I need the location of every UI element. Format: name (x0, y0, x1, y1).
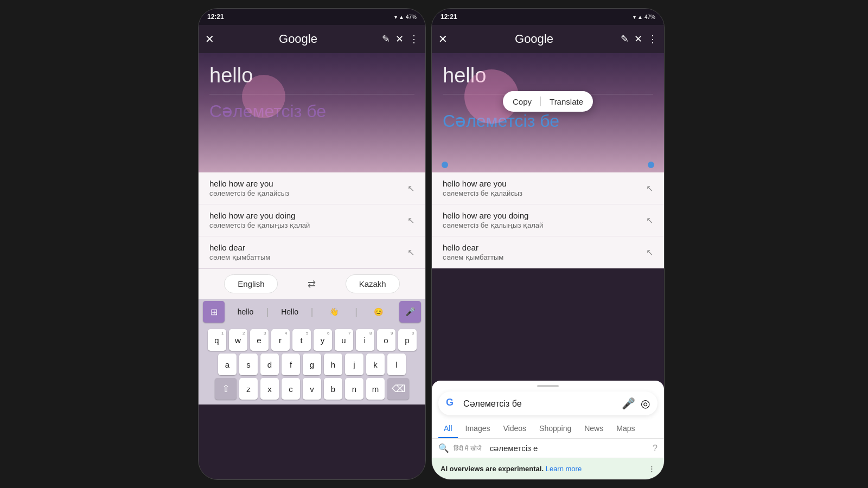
search-tabs: All Images Videos Shopping News Maps (432, 420, 664, 439)
key-o[interactable]: o9 (377, 329, 395, 351)
key-g[interactable]: g (303, 354, 321, 375)
key-shift[interactable]: ⇧ (215, 378, 237, 400)
suggestion-sub-2: сәлем қымбаттым (209, 253, 270, 261)
voice-search-icon[interactable]: 🎤 (622, 397, 635, 410)
left-keyboard-suggestions: ⊞ hello | Hello | 👋 | 😊 🎤 (199, 299, 425, 325)
signal-icon: ▾ (394, 14, 397, 20)
search-hint-text[interactable]: сәлеметсіз е (490, 444, 648, 453)
key-d[interactable]: d (260, 354, 279, 375)
translate-button[interactable]: Translate (550, 97, 583, 106)
suggestion-main-2: hello dear (209, 243, 270, 252)
lens-search-icon[interactable]: ◎ (641, 397, 650, 410)
key-z[interactable]: z (239, 378, 258, 400)
left-sug-wave-emoji[interactable]: 👋 (315, 305, 353, 318)
search-query-text[interactable]: Сәлеметсіз бе (463, 399, 617, 409)
right-google-title: Google (515, 32, 553, 46)
ai-more-options-icon[interactable]: ⋮ (648, 465, 655, 473)
tab-images[interactable]: Images (460, 420, 496, 438)
key-p[interactable]: p0 (398, 329, 417, 351)
left-menu-icon[interactable]: ⋮ (409, 33, 419, 45)
ai-learn-more-link[interactable]: Learn more (546, 465, 582, 473)
key-s[interactable]: s (239, 354, 258, 375)
key-k[interactable]: k (366, 354, 385, 375)
key-b[interactable]: b (324, 378, 342, 400)
left-sug-smile-emoji[interactable]: 😊 (360, 305, 397, 318)
left-mic-key[interactable]: 🎤 (399, 301, 421, 323)
right-suggestion-sub-1: сәлеметсіз бе қалыңыз қалай (443, 221, 543, 229)
suggestion-arrow-2: ↖ (407, 247, 414, 258)
right-menu-icon[interactable]: ⋮ (648, 33, 658, 45)
right-close-button[interactable]: ✕ (438, 33, 448, 46)
suggestion-item-0[interactable]: hello how are you сәлеметсіз бе қалайсыз… (199, 172, 425, 204)
right-status-icons: ▾ ▲ 47% (633, 14, 655, 20)
key-m[interactable]: m (366, 378, 385, 400)
right-nav-icons: ✎ ✕ ⋮ (621, 33, 658, 45)
tab-videos[interactable]: Videos (497, 420, 532, 438)
google-search-bar: G Сәлеметсіз бе 🎤 ◎ (438, 391, 658, 415)
suggestion-arrow-1: ↖ (407, 215, 414, 226)
left-clear-icon[interactable]: ✕ (395, 33, 404, 45)
suggestion-item-2[interactable]: hello dear сәлем қымбаттым ↖ (199, 236, 425, 268)
key-f[interactable]: f (282, 354, 300, 375)
key-h[interactable]: h (324, 354, 342, 375)
right-suggestion-item-1[interactable]: hello how are you doing сәлеметсіз бе қа… (432, 204, 664, 236)
right-translate-area: hello Copy Translate Сәлеметсіз бе (432, 53, 664, 172)
selection-handle-left (442, 162, 448, 168)
left-sug-word-hello[interactable]: hello (227, 305, 264, 318)
left-time: 12:21 (207, 13, 224, 21)
right-nav-bar: ✕ Google ✎ ✕ ⋮ (432, 25, 664, 53)
google-logo: G (446, 397, 459, 410)
key-y[interactable]: y6 (314, 329, 332, 351)
left-sug-word-hello-cap[interactable]: Hello (271, 305, 309, 318)
tab-shopping[interactable]: Shopping (534, 420, 577, 438)
left-lang-to-button[interactable]: Kazakh (346, 274, 400, 293)
left-scribble-icon[interactable]: ✎ (382, 33, 390, 45)
copy-button[interactable]: Copy (513, 97, 532, 106)
ai-overview-banner: AI overviews are experimental. Learn mor… (432, 458, 664, 479)
key-l[interactable]: l (387, 354, 406, 375)
left-suggestions: hello how are you сәлеметсіз бе қалайсыз… (199, 172, 425, 268)
left-translated-text: Сәлеметсіз бе (209, 101, 414, 121)
right-suggestion-item-0[interactable]: hello how are you сәлеметсіз бе қалайсыз… (432, 172, 664, 204)
suggestion-main-1: hello how are you doing (209, 211, 310, 220)
left-google-title: Google (279, 32, 317, 46)
key-c[interactable]: c (282, 378, 300, 400)
left-lang-from-button[interactable]: English (224, 274, 278, 293)
right-battery-icon: 47% (644, 14, 655, 20)
tab-all[interactable]: All (438, 420, 458, 438)
bottom-sheet-handle[interactable] (537, 385, 559, 387)
left-swap-icon[interactable]: ⇄ (308, 278, 316, 290)
key-v[interactable]: v (303, 378, 321, 400)
key-t[interactable]: t5 (292, 329, 311, 351)
tab-maps[interactable]: Maps (611, 420, 640, 438)
right-phone: 12:21 ▾ ▲ 47% ✕ Google ✎ ✕ ⋮ hello (431, 8, 665, 480)
key-a[interactable]: a (218, 354, 237, 375)
key-w[interactable]: w2 (229, 329, 247, 351)
right-scribble-icon[interactable]: ✎ (621, 33, 629, 45)
right-input-text[interactable]: hello (443, 64, 653, 87)
ai-overview-text: AI overviews are experimental. Learn mor… (441, 465, 582, 473)
key-j[interactable]: j (345, 354, 363, 375)
right-translated-text: Сәлеметсіз бе (443, 111, 653, 131)
key-backspace[interactable]: ⌫ (387, 378, 409, 400)
suggestion-main-0: hello how are you (209, 179, 289, 188)
battery-icon: 47% (406, 14, 417, 20)
left-language-bar: English ⇄ Kazakh (199, 268, 425, 299)
key-e[interactable]: e3 (250, 329, 269, 351)
left-input-text[interactable]: hello (209, 64, 414, 87)
key-u[interactable]: u7 (335, 329, 353, 351)
key-i[interactable]: i8 (356, 329, 374, 351)
tab-news[interactable]: News (579, 420, 609, 438)
key-r[interactable]: r4 (271, 329, 290, 351)
left-close-button[interactable]: ✕ (205, 33, 214, 46)
key-q[interactable]: q1 (208, 329, 226, 351)
right-suggestion-main-2: hello dear (443, 243, 503, 252)
copy-translate-popup: Copy Translate (503, 91, 593, 112)
search-help-icon[interactable]: ? (653, 444, 658, 453)
left-emoji-grid-key[interactable]: ⊞ (203, 301, 225, 323)
right-suggestion-item-2[interactable]: hello dear сәлем қымбаттым ↖ (432, 236, 664, 268)
suggestion-item-1[interactable]: hello how are you doing сәлеметсіз бе қа… (199, 204, 425, 236)
right-clear-icon[interactable]: ✕ (634, 33, 642, 45)
key-n[interactable]: n (345, 378, 363, 400)
key-x[interactable]: x (260, 378, 279, 400)
